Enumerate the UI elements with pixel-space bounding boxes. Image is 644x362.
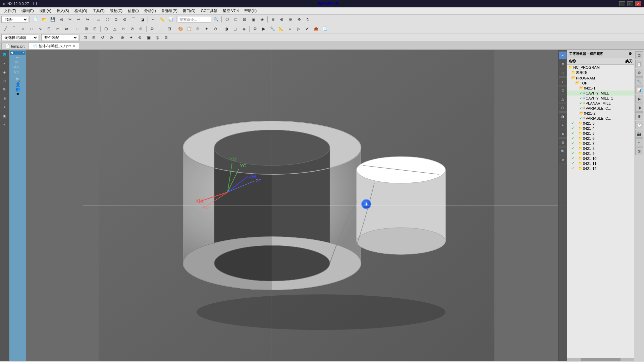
mini-panel-icon1[interactable]: 🔍 <box>15 77 20 82</box>
vrt-btn-1[interactable]: ≡ <box>559 51 567 59</box>
assembly-filter[interactable]: 整个装配 <box>41 34 78 41</box>
offset-btn[interactable]: ⊟ <box>45 25 53 33</box>
extrude-btn[interactable]: ⬡ <box>103 16 111 23</box>
pan-btn[interactable]: ✥ <box>295 16 303 23</box>
frt-btn-2[interactable]: 📋 <box>635 60 643 68</box>
frt-btn-5[interactable]: 📊 <box>635 86 643 94</box>
tree-scrollbar[interactable] <box>567 358 634 361</box>
vrt-btn-3[interactable]: ⊡ <box>559 69 567 77</box>
new-btn[interactable]: 📄 <box>31 16 39 23</box>
rect-btn[interactable]: □ <box>28 25 36 33</box>
snap-btn[interactable]: ⊕ <box>118 34 126 41</box>
tree-top[interactable]: 📂 TOP <box>567 80 634 85</box>
tab-close-btn[interactable]: ✕ <box>73 44 75 48</box>
vrt-btn-7[interactable]: ⬡ <box>559 104 567 112</box>
minimize-button[interactable]: — <box>619 1 625 6</box>
search-btn[interactable]: 🔍 <box>212 16 220 23</box>
move-btn[interactable]: ↔ <box>149 16 157 23</box>
draft-btn[interactable]: △ <box>111 25 119 33</box>
mini-panel-close[interactable]: ✕ <box>22 51 25 54</box>
vrt-btn-13[interactable]: ⊘ <box>559 156 567 164</box>
layer-btn[interactable]: 📋 <box>185 25 193 33</box>
menu-gc-tools[interactable]: GC工具箱 <box>198 8 220 14</box>
boolean-btn[interactable]: ⊕ <box>137 25 145 33</box>
sidebar-btn-4[interactable]: ⊡ <box>1 77 9 85</box>
tree-0421-10[interactable]: ✓ 📁 0421-10 <box>567 156 634 161</box>
tree-0421-8[interactable]: ✓ 📁 0421-8 <box>567 146 634 151</box>
operation-btn[interactable]: ▶ <box>260 25 268 33</box>
frt-btn-9[interactable]: 🕐 <box>635 121 643 129</box>
vrt-btn-10[interactable]: ↻ <box>559 130 567 138</box>
tree-0421-9[interactable]: ✓ 📁 0421-9 <box>567 151 634 156</box>
menu-edit[interactable]: 编辑(E) <box>19 8 37 14</box>
filter-btn-1[interactable]: ⊡ <box>81 34 89 41</box>
shopfloor-btn[interactable]: 📃 <box>321 25 329 33</box>
zoom-out[interactable]: ⊖ <box>286 16 294 23</box>
tree-0421-1[interactable]: 📂 0421-1 <box>567 85 634 90</box>
mini-panel-item1[interactable]: 曲... <box>15 60 21 65</box>
frt-btn-6[interactable]: ▶ <box>635 95 643 103</box>
menu-info[interactable]: 信息(I) <box>125 8 141 14</box>
arc-btn[interactable]: ⌒ <box>10 25 18 33</box>
sidebar-btn-1[interactable]: ⚙ <box>1 51 9 59</box>
frt-btn-4[interactable]: 🔧 <box>635 77 643 85</box>
pattern-btn[interactable]: ⊞ <box>91 25 99 33</box>
datum-btn[interactable]: ✦ <box>203 25 211 33</box>
cut-btn[interactable]: ✂ <box>66 16 74 23</box>
tree-0421-7[interactable]: ✓ 📁 0421-7 <box>567 141 634 146</box>
vrt-btn-6[interactable]: △ <box>559 95 567 103</box>
filter-btn-4[interactable]: ⊙ <box>107 34 115 41</box>
shell-btn[interactable]: ⬡ <box>102 25 110 33</box>
hidden-btn[interactable]: ◈ <box>240 25 248 33</box>
wire-btn[interactable]: ◻ <box>231 25 239 33</box>
tree-cavity-mill-1[interactable]: ✓ ⚙ CAVITY_MILL_1 <box>567 96 634 101</box>
verify-btn[interactable]: ✔ <box>303 25 311 33</box>
revolve-btn[interactable]: ⊙ <box>112 16 120 23</box>
menu-file[interactable]: 文件(F) <box>1 8 19 14</box>
open-btn[interactable]: 📂 <box>40 16 48 23</box>
hole-btn[interactable]: ⊚ <box>121 16 129 23</box>
menu-assembly[interactable]: 装配(C) <box>107 8 125 14</box>
tree-variable-c-1[interactable]: ✓ ⚙ VARIABLE_C... <box>567 106 634 111</box>
tool-btn[interactable]: 🔧 <box>268 25 276 33</box>
viewport[interactable]: XM XC YM YC ZM ZC + <box>26 50 567 361</box>
sidebar-btn-3[interactable]: ◈ <box>1 68 9 76</box>
constraint2-btn[interactable]: ⊡ <box>165 25 173 33</box>
snap2-btn[interactable]: ✦ <box>127 34 135 41</box>
sidebar-btn-2[interactable]: ≡ <box>1 59 9 67</box>
tree-cavity-mill[interactable]: ✓ ⚙ CAVITY_MILL <box>567 90 634 96</box>
save-btn[interactable]: 💾 <box>49 16 57 23</box>
tree-0421-6[interactable]: ✓ 📁 0421-6 <box>567 136 634 141</box>
frt-btn-3[interactable]: ⚙ <box>635 69 643 77</box>
menu-insert[interactable]: 插入(S) <box>54 8 72 14</box>
vrt-btn-12[interactable]: 🔍 <box>559 147 567 155</box>
view-front[interactable]: □ <box>232 16 240 23</box>
view-top[interactable]: ⊡ <box>240 16 249 23</box>
frt-btn-10[interactable]: 📷 <box>635 130 643 138</box>
frt-btn-11[interactable]: ↔ <box>635 138 643 146</box>
filter-btn-2[interactable]: ⊞ <box>90 34 98 41</box>
vrt-btn-2[interactable]: ⊕ <box>559 60 567 68</box>
undo-btn[interactable]: ↩ <box>75 16 83 23</box>
mini-panel-item2[interactable]: 轴开... <box>13 65 22 70</box>
measure-btn[interactable]: 📏 <box>158 16 166 23</box>
wcs-btn[interactable]: ⊕ <box>194 25 202 33</box>
origin-btn[interactable]: ⊙ <box>211 25 219 33</box>
tree-0421-12[interactable]: ✓ 📁 0421-12 <box>567 166 634 171</box>
tree-variable-c-2[interactable]: ✓ ⚙ VARIABLE_C... <box>567 116 634 121</box>
shade-btn[interactable]: ◑ <box>222 25 230 33</box>
tree-0421-4[interactable]: ✓ 📁 0421-4 <box>567 126 634 131</box>
chamfer-btn[interactable]: ◪ <box>138 16 146 23</box>
vrt-btn-4[interactable]: ↕ <box>559 77 567 85</box>
tab-temp-prt[interactable]: 📄 temp.prt <box>1 43 28 49</box>
mini-panel-icon3[interactable]: 👥 <box>15 87 20 92</box>
comp-btn[interactable]: ⬜ <box>157 25 165 33</box>
selection-filter[interactable]: 无选择过滤器 <box>1 34 38 41</box>
vrt-btn-8[interactable]: ◑ <box>559 112 567 120</box>
sidebar-btn-5[interactable]: 🔍 <box>1 85 9 94</box>
tree-nc-program[interactable]: 📁 NC_PROGRAM <box>567 65 634 70</box>
tree-unused[interactable]: 📁 未用项 <box>567 70 634 75</box>
sidebar-btn-8[interactable]: ▣ <box>1 112 9 120</box>
menu-tools[interactable]: 工具(T) <box>90 8 107 14</box>
filter-btn-3[interactable]: ↺ <box>99 34 107 41</box>
